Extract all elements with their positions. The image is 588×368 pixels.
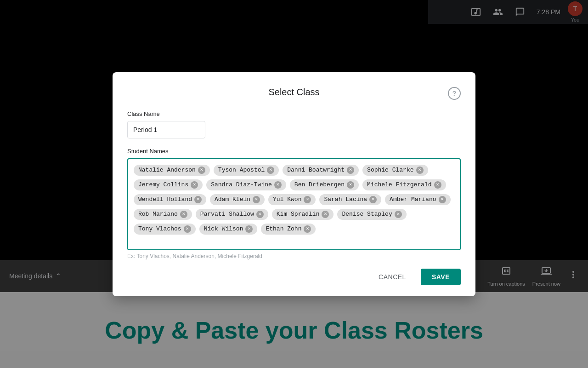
student-chip: Jeremy Collins✕ bbox=[134, 179, 203, 190]
help-icon[interactable]: ? bbox=[448, 87, 461, 100]
chip-label: Sarah Lacina bbox=[324, 196, 367, 203]
chip-remove-button[interactable]: ✕ bbox=[304, 225, 311, 233]
student-chip: Michele Fitzgerald✕ bbox=[362, 179, 446, 190]
chip-label: Ethan Zohn bbox=[266, 225, 301, 232]
chip-remove-button[interactable]: ✕ bbox=[322, 211, 329, 218]
modal-overlay: Select Class ? Class Name Student Names … bbox=[0, 0, 588, 368]
chip-label: Nick Wilson bbox=[204, 225, 243, 232]
chip-remove-button[interactable]: ✕ bbox=[347, 181, 354, 189]
chip-label: Denise Stapley bbox=[342, 211, 392, 218]
chip-remove-button[interactable]: ✕ bbox=[267, 167, 274, 174]
chip-remove-button[interactable]: ✕ bbox=[184, 225, 191, 233]
chip-remove-button[interactable]: ✕ bbox=[347, 167, 354, 174]
chip-label: Michele Fitzgerald bbox=[367, 181, 431, 188]
student-chip: Ben Driebergen✕ bbox=[290, 179, 359, 190]
student-chip: Tyson Apostol✕ bbox=[214, 165, 279, 176]
student-names-label: Student Names bbox=[127, 148, 461, 155]
chip-remove-button[interactable]: ✕ bbox=[304, 196, 311, 203]
chip-label: Adam Klein bbox=[215, 196, 250, 203]
class-name-label: Class Name bbox=[127, 110, 461, 117]
chip-label: Wendell Holland bbox=[138, 196, 192, 203]
student-chip: Parvati Shallow✕ bbox=[196, 209, 268, 220]
cancel-button[interactable]: CANCEL bbox=[369, 269, 415, 285]
chip-remove-button[interactable]: ✕ bbox=[180, 211, 187, 218]
student-chip: Amber Mariano✕ bbox=[385, 194, 450, 205]
chip-label: Tyson Apostol bbox=[218, 167, 265, 173]
student-chip: Sandra Diaz-Twine✕ bbox=[206, 179, 286, 190]
select-class-modal: Select Class ? Class Name Student Names … bbox=[113, 72, 475, 296]
student-chip: Nick Wilson✕ bbox=[199, 224, 258, 235]
chip-label: Natalie Anderson bbox=[138, 167, 196, 173]
chip-label: Sandra Diaz-Twine bbox=[211, 181, 272, 188]
placeholder-hint: Ex: Tony Vlachos, Natalie Anderson, Mich… bbox=[127, 253, 461, 259]
chip-label: Yul Kwon bbox=[273, 196, 301, 203]
student-chip: Denise Stapley✕ bbox=[337, 209, 406, 220]
student-chip: Ethan Zohn✕ bbox=[261, 224, 316, 235]
chip-remove-button[interactable]: ✕ bbox=[416, 167, 424, 174]
student-chip: Wendell Holland✕ bbox=[134, 194, 206, 205]
student-chip: Sophie Clarke✕ bbox=[362, 165, 428, 176]
chip-remove-button[interactable]: ✕ bbox=[274, 181, 282, 189]
chip-remove-button[interactable]: ✕ bbox=[191, 181, 198, 189]
chips-container[interactable]: Natalie Anderson✕Tyson Apostol✕Danni Boa… bbox=[127, 158, 461, 250]
chip-remove-button[interactable]: ✕ bbox=[194, 196, 202, 203]
chip-label: Tony Vlachos bbox=[138, 225, 181, 232]
class-name-input[interactable] bbox=[127, 121, 205, 138]
chip-remove-button[interactable]: ✕ bbox=[256, 211, 264, 218]
chip-remove-button[interactable]: ✕ bbox=[395, 211, 402, 218]
chip-remove-button[interactable]: ✕ bbox=[198, 167, 205, 174]
student-chip: Natalie Anderson✕ bbox=[134, 165, 210, 176]
modal-title-row: Select Class ? bbox=[127, 87, 461, 98]
student-chip: Sarah Lacina✕ bbox=[319, 194, 381, 205]
chip-remove-button[interactable]: ✕ bbox=[253, 196, 260, 203]
chip-label: Amber Mariano bbox=[390, 196, 436, 203]
chip-label: Danni Boatwright bbox=[287, 167, 345, 173]
student-chip: Yul Kwon✕ bbox=[268, 194, 316, 205]
chip-label: Jeremy Collins bbox=[138, 181, 188, 188]
chip-label: Parvati Shallow bbox=[200, 211, 254, 218]
chip-remove-button[interactable]: ✕ bbox=[369, 196, 377, 203]
modal-actions: CANCEL SAVE bbox=[127, 269, 461, 285]
chip-label: Rob Mariano bbox=[138, 211, 178, 218]
modal-title: Select Class bbox=[268, 87, 319, 98]
chip-label: Ben Driebergen bbox=[294, 181, 345, 188]
student-chip: Danni Boatwright✕ bbox=[283, 165, 359, 176]
chip-label: Sophie Clarke bbox=[367, 167, 413, 173]
chip-remove-button[interactable]: ✕ bbox=[434, 181, 441, 189]
student-chip: Tony Vlachos✕ bbox=[134, 224, 196, 235]
chip-label: Kim Spradlin bbox=[277, 211, 320, 218]
chip-remove-button[interactable]: ✕ bbox=[439, 196, 446, 203]
student-chip: Kim Spradlin✕ bbox=[272, 209, 334, 220]
student-chip: Rob Mariano✕ bbox=[134, 209, 192, 220]
save-button[interactable]: SAVE bbox=[421, 269, 461, 285]
student-chip: Adam Klein✕ bbox=[210, 194, 265, 205]
chip-remove-button[interactable]: ✕ bbox=[245, 225, 253, 233]
